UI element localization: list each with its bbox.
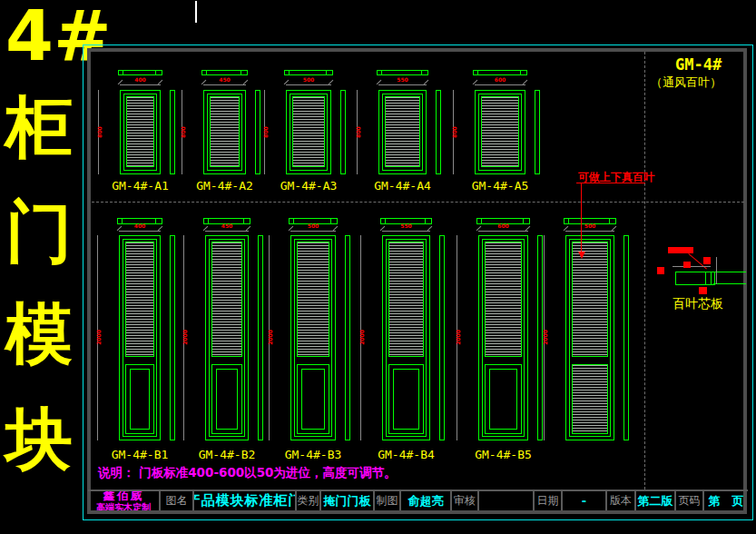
plan-tick — [520, 71, 521, 74]
height-dimension-text: 800 — [355, 124, 361, 140]
field-value-drawing-name: 产品模块标准柜门 — [194, 491, 297, 510]
detail-board-outline — [675, 272, 715, 285]
bottom-panel — [297, 364, 329, 434]
door-side-view — [255, 90, 260, 174]
height-dimension-text: 2000 — [182, 330, 188, 346]
field-value-reviewer — [479, 491, 535, 510]
bottom-panel — [211, 364, 242, 434]
plan-tick — [421, 71, 422, 74]
bottom-panel-inner — [301, 369, 325, 430]
louver-panel-bottom — [572, 364, 608, 434]
field-label-category: 类别 — [297, 491, 321, 510]
field-value-date: - — [563, 491, 607, 510]
plan-tick — [155, 71, 156, 74]
door-side-view — [170, 235, 175, 440]
height-dimension-text: 800 — [96, 124, 103, 140]
door-front-view — [378, 90, 427, 174]
width-dimension-line — [286, 84, 331, 86]
field-value-version: 第二版 — [636, 491, 676, 510]
louver-panel — [292, 96, 325, 167]
bottom-panel-inner — [489, 369, 517, 430]
door-side-view — [623, 235, 629, 440]
door-front-view — [382, 235, 430, 440]
width-dimension-text: 600 — [475, 76, 525, 83]
louver-panel-top — [297, 242, 329, 357]
cad-drawing-sheet: 4# 柜 门 模 块 GM-4# （通风百叶） 400800GM-4#-A145… — [0, 0, 756, 534]
detail-board-edge — [713, 283, 746, 284]
door-side-view — [535, 90, 540, 174]
bottom-panel-inner — [393, 369, 419, 430]
field-value-drafter: 俞超亮 — [401, 491, 452, 510]
width-dimension-text: 500 — [286, 76, 331, 83]
plan-tick — [289, 71, 290, 74]
door-label: GM-4#-B3 — [272, 448, 354, 461]
width-dimension-text: 550 — [382, 222, 430, 229]
width-dimension-text: 450 — [205, 222, 249, 229]
width-dimension-text: 400 — [120, 76, 161, 83]
door-plan-view — [118, 70, 162, 75]
detail-vdim-line — [716, 257, 717, 284]
louver-panel-top — [211, 242, 242, 357]
door-side-view — [345, 235, 350, 440]
width-dimension-line — [478, 231, 528, 232]
detail-dim-mark — [699, 287, 707, 294]
louver-panel-top — [485, 242, 522, 357]
door-plan-view — [201, 70, 248, 75]
detail-dim-mark — [657, 267, 664, 274]
louver-panel-top — [125, 242, 154, 357]
louver-panel — [385, 96, 420, 167]
width-dimension-text: 400 — [119, 222, 161, 229]
door-label: GM-4#-A1 — [100, 179, 182, 193]
doors-layer: 400800GM-4#-A1450800GM-4#-A2500800GM-4#-… — [0, 0, 756, 534]
door-label: GM-4#-A3 — [268, 179, 349, 193]
height-dimension-text: 2000 — [267, 330, 273, 346]
door-front-view — [290, 235, 336, 440]
detail-board-edge — [713, 272, 746, 272]
louver-panel-top — [388, 242, 424, 357]
height-dimension-text: 2000 — [455, 330, 461, 346]
bottom-panel-inner — [130, 369, 150, 430]
height-dimension-text: 800 — [180, 124, 186, 140]
field-label-drafter: 制图 — [375, 491, 401, 510]
detail-board-joint — [705, 272, 706, 284]
field-label-page: 页码 — [676, 491, 704, 510]
door-front-view — [565, 235, 614, 440]
annotation-leader-line — [581, 183, 582, 252]
door-plan-view — [473, 70, 527, 75]
height-dimension-text: 2000 — [95, 330, 102, 346]
height-dimension-text: 2000 — [358, 330, 365, 346]
door-front-view — [119, 235, 161, 440]
detail-label: 百叶芯板 — [673, 296, 723, 312]
width-dimension-line — [203, 84, 246, 86]
company-name: 鑫佰威 — [103, 491, 144, 502]
door-label: GM-4#-A5 — [459, 179, 541, 193]
field-label-reviewer: 审核 — [452, 491, 479, 510]
door-front-view — [475, 90, 525, 174]
detail-dim-mark — [703, 257, 711, 264]
height-dimension-text: 800 — [451, 124, 457, 140]
width-dimension-line — [565, 231, 614, 232]
width-dimension-line — [290, 231, 336, 232]
door-label: GM-4#-B4 — [366, 448, 447, 461]
width-dimension-text: 500 — [565, 222, 614, 229]
bottom-panel — [485, 364, 522, 434]
width-dimension-line — [120, 84, 161, 86]
field-label-version: 版本 — [607, 491, 636, 510]
bottom-panel-inner — [216, 369, 238, 430]
bottom-panel — [125, 364, 154, 434]
door-side-view — [340, 90, 346, 174]
annotation-arrowhead-icon — [578, 252, 585, 259]
louver-core-detail[interactable]: 百叶芯板 — [649, 241, 753, 313]
door-label: GM-4#-B5 — [463, 448, 545, 461]
door-front-view — [205, 235, 249, 440]
door-side-view — [439, 235, 445, 440]
title-bar: 鑫佰威 高端实木定制 图名 产品模块标准柜门 类别 掩门门板 制图 俞超亮 审核… — [88, 490, 748, 510]
bottom-panel — [388, 364, 424, 434]
louver-panel-top — [572, 242, 608, 357]
door-plan-view — [377, 70, 428, 75]
door-plan-view — [284, 70, 333, 75]
plan-tick — [123, 71, 123, 74]
louver-panel — [210, 96, 240, 167]
door-label: GM-4#-B2 — [186, 448, 268, 461]
door-label: GM-4#-A2 — [184, 179, 266, 193]
